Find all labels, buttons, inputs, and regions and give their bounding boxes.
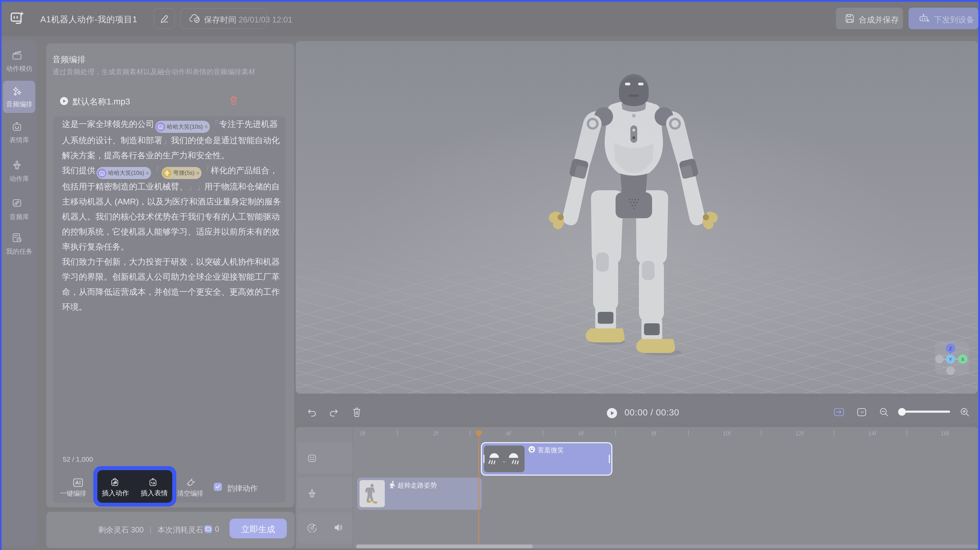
svg-text:Y: Y [949,357,952,362]
svg-text:Z: Z [949,346,952,351]
svg-text:X: X [961,357,964,362]
